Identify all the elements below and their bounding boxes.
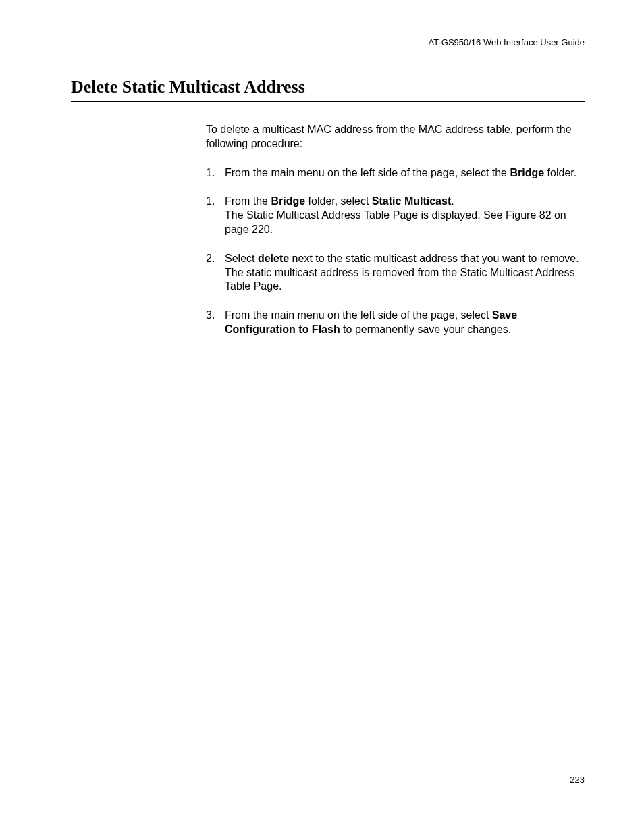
step-number: 1. [206, 166, 225, 180]
page-title: Delete Static Multicast Address [71, 77, 585, 100]
step-item: 2.Select delete next to the static multi… [206, 252, 585, 294]
step-number: 2. [206, 252, 225, 294]
steps-list: 1.From the main menu on the left side of… [206, 166, 585, 337]
text-run: to permanently save your changes. [340, 323, 511, 335]
text-run: folder. [544, 167, 576, 178]
intro-text: To delete a multicast MAC address from t… [206, 123, 585, 151]
text-run: From the main menu on the left side of t… [225, 167, 510, 178]
text-run: From the [225, 195, 271, 207]
doc-header: AT-GS950/16 Web Interface User Guide [429, 37, 585, 47]
step-item: 1.From the main menu on the left side of… [206, 166, 585, 180]
step-item: 1.From the Bridge folder, select Static … [206, 194, 585, 236]
text-run: Bridge [271, 195, 305, 207]
text-run: Static Multicast [372, 195, 451, 207]
page-title-block: Delete Static Multicast Address [71, 77, 585, 102]
text-run: Select [225, 253, 258, 264]
step-body: From the main menu on the left side of t… [225, 309, 585, 337]
text-run: Bridge [510, 167, 544, 178]
step-body: From the main menu on the left side of t… [225, 166, 585, 180]
text-run: The static multicast address is removed … [225, 267, 574, 292]
page-number: 223 [570, 775, 585, 785]
step-item: 3.From the main menu on the left side of… [206, 309, 585, 337]
step-body: Select delete next to the static multica… [225, 252, 585, 294]
step-body: From the Bridge folder, select Static Mu… [225, 194, 585, 236]
content: To delete a multicast MAC address from t… [206, 123, 585, 352]
text-run: delete [258, 253, 289, 264]
step-number: 3. [206, 309, 225, 337]
title-rule [71, 101, 585, 102]
text-run: The Static Multicast Address Table Page … [225, 209, 566, 235]
text-run: From the main menu on the left side of t… [225, 309, 492, 321]
step-number: 1. [206, 194, 225, 236]
text-run: . [451, 195, 454, 207]
text-run: next to the static multicast address tha… [289, 253, 579, 264]
text-run: folder, select [305, 195, 372, 207]
